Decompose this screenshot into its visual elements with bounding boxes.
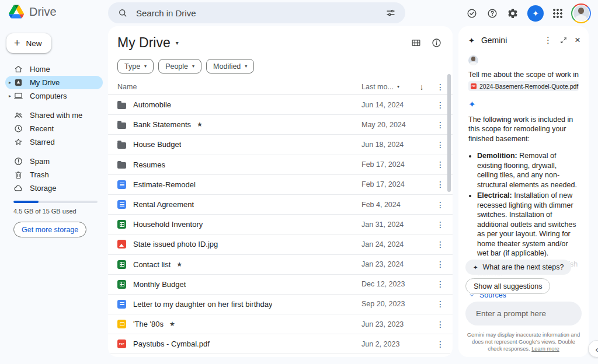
- row-menu-button[interactable]: ⋮: [432, 200, 449, 209]
- list-options-button[interactable]: ⋮: [432, 82, 449, 92]
- file-row[interactable]: Resumes ★ Feb 17, 2024 ⋮: [108, 155, 453, 175]
- show-all-suggestions-button[interactable]: Show all suggestions: [465, 278, 550, 294]
- row-menu-button[interactable]: ⋮: [432, 299, 449, 309]
- search-input[interactable]: [135, 8, 378, 19]
- suggestion-chip[interactable]: ✦ What are the next steps?: [465, 260, 571, 275]
- row-menu-button[interactable]: ⋮: [432, 279, 449, 289]
- details-info-button[interactable]: [431, 37, 442, 48]
- gemini-launcher-button[interactable]: ✦: [527, 5, 544, 22]
- google-apps-grid-icon[interactable]: [552, 8, 562, 18]
- file-row[interactable]: Bank Statements ★ May 20, 2024 ⋮: [108, 115, 453, 135]
- sidebar-item[interactable]: ▸ My Drive: [5, 76, 103, 89]
- file-type-icon: [117, 142, 126, 149]
- row-menu-button[interactable]: ⋮: [432, 140, 449, 149]
- drive-logo[interactable]: Drive: [9, 5, 57, 19]
- nav-item-label: Recent: [30, 124, 54, 133]
- file-row[interactable]: Contact list ★ Jan 23, 2024 ⋮: [108, 255, 453, 275]
- storage-progress-fill: [13, 201, 39, 203]
- nav-group-main: ▸ Home ▸ My Drive ▸ Computers: [0, 62, 108, 103]
- new-button[interactable]: + New: [6, 33, 51, 53]
- file-row[interactable]: State issued photo ID.jpg ★ Jan 24, 2024…: [108, 235, 453, 254]
- sort-direction-button[interactable]: ↓: [412, 82, 432, 92]
- file-modified-date: Jan 24, 2024: [361, 240, 432, 249]
- file-row[interactable]: Automobile ★ Jun 14, 2024 ⋮: [108, 95, 453, 115]
- sparkle-icon: ✦: [473, 264, 478, 271]
- row-menu-button[interactable]: ⋮: [432, 340, 449, 349]
- search-bar[interactable]: [108, 2, 405, 23]
- file-attachment-name: 2024-Basement-Remodel-Quote.pdf: [479, 83, 578, 90]
- file-type-icon: [117, 162, 126, 169]
- sidebar-item[interactable]: Shared with me: [5, 108, 103, 122]
- scrollbar-thumb[interactable]: [447, 74, 451, 192]
- sidebar-item[interactable]: Spam: [5, 155, 103, 168]
- learn-more-link[interactable]: Learn more: [531, 346, 559, 352]
- help-icon[interactable]: [486, 8, 498, 19]
- plus-icon: +: [14, 38, 20, 48]
- sidebar-item[interactable]: ▸ Computers: [5, 89, 103, 103]
- row-menu-button[interactable]: ⋮: [432, 160, 449, 169]
- file-row[interactable]: Estimate-Remodel ★ Feb 17, 2024 ⋮: [108, 175, 453, 195]
- sidebar-item[interactable]: Recent: [5, 122, 103, 135]
- grid-view-toggle[interactable]: [411, 37, 422, 48]
- sidebar-item[interactable]: Starred: [5, 135, 103, 149]
- avatar-photo: [573, 5, 589, 21]
- file-name: Paystubs - Cymbal.pdf: [133, 340, 210, 348]
- collapse-panel-button[interactable]: ‹: [588, 340, 598, 358]
- file-row[interactable]: Household Inventory ★ Jan 31, 2024 ⋮: [108, 215, 453, 235]
- expand-caret-icon[interactable]: ▸: [7, 80, 13, 85]
- row-menu-button[interactable]: ⋮: [432, 100, 449, 110]
- chevron-down-icon: ▾: [192, 64, 194, 69]
- settings-gear-icon[interactable]: [507, 8, 519, 19]
- file-modified-date: Jan 23, 2024: [361, 260, 432, 268]
- file-row[interactable]: Rental Agreement ★ Feb 4, 2024 ⋮: [108, 195, 453, 215]
- column-header-modified[interactable]: Last mo... ▾: [361, 83, 412, 91]
- list-header: Name Last mo... ▾ ↓ ⋮: [108, 79, 453, 95]
- row-menu-button[interactable]: ⋮: [432, 180, 449, 189]
- filter-chip[interactable]: Type ▾: [117, 59, 154, 74]
- file-row[interactable]: House Budget ★ Jun 18, 2024 ⋮: [108, 135, 453, 155]
- file-row[interactable]: Paystubs - Cymbal.pdf ★ Jun 2, 2023 ⋮: [108, 334, 453, 354]
- page-title: My Drive: [117, 35, 171, 51]
- file-name: Resumes: [133, 160, 165, 169]
- file-attachment-chip[interactable]: 2024-Basement-Remodel-Quote.pdf: [468, 81, 579, 91]
- file-row[interactable]: ★ ⋮: [108, 354, 453, 357]
- filter-chip[interactable]: Modified ▾: [206, 59, 254, 74]
- drive-triangle-icon: [9, 5, 24, 19]
- prompt-input-wrap[interactable]: [465, 302, 582, 326]
- topbar-actions: ✦: [466, 0, 591, 26]
- panel-close-button[interactable]: ×: [575, 34, 580, 46]
- offline-status-icon[interactable]: [466, 8, 478, 19]
- row-menu-button[interactable]: ⋮: [432, 240, 449, 249]
- sidebar-item[interactable]: Trash: [5, 168, 103, 181]
- file-row[interactable]: 'The '80s ★ Jun 23, 2023 ⋮: [108, 314, 453, 334]
- row-menu-button[interactable]: ⋮: [432, 220, 449, 229]
- expand-caret-icon[interactable]: ▸: [7, 93, 13, 99]
- row-menu-button[interactable]: ⋮: [432, 260, 449, 269]
- user-message: Tell me about the scope of work in: [468, 70, 579, 79]
- page-title-dropdown[interactable]: My Drive ▾: [117, 35, 179, 51]
- gemini-footer: ✦ What are the next steps? Show all sugg…: [458, 260, 589, 357]
- filter-chip-label: People: [165, 62, 188, 71]
- chevron-down-icon: ▾: [397, 84, 399, 89]
- sidebar-item[interactable]: Storage: [5, 181, 103, 195]
- file-row[interactable]: Monthly Budget ★ Dec 12, 2023 ⋮: [108, 275, 453, 295]
- gemini-header: ✦ Gemini ⋮ ×: [458, 26, 589, 46]
- app-name: Drive: [29, 5, 57, 19]
- panel-more-options-button[interactable]: ⋮: [544, 35, 552, 46]
- search-options-icon[interactable]: [385, 8, 396, 18]
- file-type-icon: [117, 280, 126, 289]
- prompt-input[interactable]: [475, 309, 572, 318]
- panel-expand-button[interactable]: [559, 36, 568, 44]
- file-row[interactable]: Letter to my daughter on her first birth…: [108, 295, 453, 314]
- row-menu-button[interactable]: ⋮: [432, 120, 449, 130]
- column-header-name[interactable]: Name: [117, 83, 361, 91]
- filter-chip[interactable]: People ▾: [158, 59, 201, 74]
- file-name: Monthly Budget: [133, 280, 186, 289]
- nav-item-icon: [13, 91, 23, 101]
- sidebar-item[interactable]: ▸ Home: [5, 62, 103, 76]
- get-more-storage-button[interactable]: Get more storage: [13, 222, 86, 237]
- gemini-response-intro: The following work is included in this s…: [468, 115, 579, 144]
- gemini-panel: ✦ Gemini ⋮ × Tell me about the scope of …: [458, 26, 589, 357]
- row-menu-button[interactable]: ⋮: [432, 320, 449, 329]
- account-avatar[interactable]: [571, 4, 591, 23]
